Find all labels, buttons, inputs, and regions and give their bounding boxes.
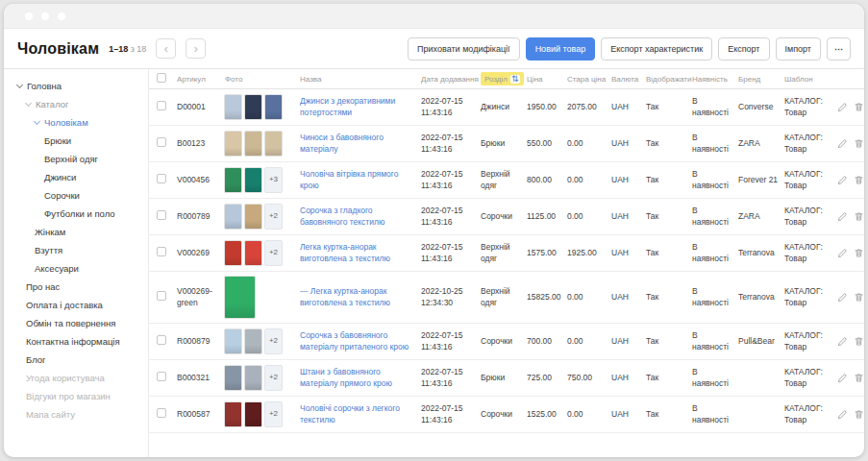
edit-pencil-icon[interactable]	[837, 409, 848, 420]
sidebar-item-19[interactable]: Мапа сайту	[17, 405, 144, 424]
delete-trash-icon[interactable]	[854, 102, 864, 112]
edit-pencil-icon[interactable]	[837, 175, 848, 185]
edit-pencil-icon[interactable]	[837, 138, 848, 149]
import-button[interactable]: Імпорт	[776, 37, 822, 61]
sidebar-item-1[interactable]: Головна	[17, 77, 144, 95]
row-checkbox[interactable]	[157, 335, 166, 345]
sidebar-item-15[interactable]: Контактна інформація	[17, 332, 144, 351]
product-photo-thumbnail[interactable]	[224, 240, 242, 266]
column-header-price[interactable]: Ціна	[524, 73, 564, 85]
product-photo-thumbnail[interactable]	[244, 167, 262, 193]
sidebar-item-16[interactable]: Блог	[17, 351, 144, 369]
export-button[interactable]: Експорт	[718, 37, 769, 61]
column-header-name[interactable]: Назва	[297, 73, 418, 85]
product-name-link[interactable]: Чоловіча вітрівка прямого крою	[300, 169, 398, 189]
product-photo-thumbnail[interactable]	[244, 204, 262, 230]
sidebar-item-4[interactable]: Брюки	[17, 132, 144, 150]
product-photo-thumbnail[interactable]	[224, 167, 242, 193]
product-name-link[interactable]: Легка куртка-анорак виготовлена з тексти…	[300, 242, 390, 262]
sort-arrows-icon[interactable]: ⇅	[510, 75, 520, 84]
edit-pencil-icon[interactable]	[837, 336, 848, 347]
column-header-old_price[interactable]: Стара ціна	[564, 73, 608, 85]
product-name-link[interactable]: — Легка куртка-анорак виготовлена з текс…	[300, 286, 390, 306]
prev-page-button[interactable]: ‹	[156, 38, 176, 59]
product-photo-thumbnail[interactable]	[224, 204, 242, 230]
more-photos-badge[interactable]: +2	[264, 401, 283, 427]
product-name-link[interactable]: Джинси з декоративними потертостями	[300, 96, 395, 116]
column-header-photo[interactable]: Фото	[222, 73, 297, 85]
delete-trash-icon[interactable]	[854, 292, 864, 303]
sidebar-item-18[interactable]: Відгуки про магазин	[17, 387, 144, 405]
edit-pencil-icon[interactable]	[837, 292, 848, 303]
sidebar-item-17[interactable]: Угода користувача	[17, 369, 144, 387]
row-checkbox[interactable]	[157, 408, 166, 418]
column-header-currency[interactable]: Валюта	[608, 73, 643, 85]
product-photo-thumbnail[interactable]	[224, 276, 256, 319]
more-actions-button[interactable]: ⋯	[827, 37, 851, 61]
new-product-button[interactable]: Новий товар	[526, 37, 596, 61]
column-header-date[interactable]: Дата додавання	[418, 73, 478, 85]
product-photo-thumbnail[interactable]	[244, 131, 262, 157]
column-header-availability[interactable]: Наявність	[689, 73, 735, 85]
column-header-display[interactable]: Відображати	[643, 73, 689, 85]
more-photos-badge[interactable]: +2	[264, 204, 283, 230]
sidebar-item-2[interactable]: Каталог	[17, 95, 144, 113]
product-photo-thumbnail[interactable]	[264, 94, 283, 120]
edit-pencil-icon[interactable]	[837, 102, 848, 112]
product-photo-thumbnail[interactable]	[264, 131, 283, 157]
product-name-link[interactable]: Сорочка з бавовняного матеріалу притален…	[300, 330, 409, 351]
edit-pencil-icon[interactable]	[837, 373, 848, 383]
export-characteristics-button[interactable]: Експорт характеристик	[601, 37, 712, 61]
column-header-template[interactable]: Шаблон	[781, 73, 833, 85]
sidebar-item-10[interactable]: Взуття	[17, 241, 144, 259]
sidebar-item-11[interactable]: Аксесуари	[17, 259, 144, 278]
select-all-checkbox[interactable]	[157, 73, 166, 83]
product-name-link[interactable]: Чиноси з бавовняного матеріалу	[300, 133, 384, 153]
product-photo-thumbnail[interactable]	[224, 365, 242, 391]
row-checkbox[interactable]	[157, 372, 166, 381]
delete-trash-icon[interactable]	[854, 409, 864, 420]
more-photos-badge[interactable]: +2	[264, 328, 283, 354]
sidebar-item-8[interactable]: Футболки и поло	[17, 205, 144, 223]
row-checkbox[interactable]	[157, 210, 166, 220]
row-checkbox[interactable]	[157, 291, 166, 301]
product-photo-thumbnail[interactable]	[224, 401, 242, 427]
sidebar-item-3[interactable]: Чоловікам	[17, 113, 144, 132]
sidebar-item-9[interactable]: Жінкам	[17, 223, 144, 241]
row-checkbox[interactable]	[157, 101, 166, 110]
more-photos-badge[interactable]: +2	[264, 240, 283, 266]
product-photo-thumbnail[interactable]	[224, 131, 242, 157]
hide-modifications-button[interactable]: Приховати модифікації	[408, 37, 520, 61]
next-page-button[interactable]: ›	[186, 38, 206, 59]
column-header-sku[interactable]: Артикул	[174, 73, 222, 85]
sidebar-item-6[interactable]: Джинси	[17, 168, 144, 186]
row-checkbox[interactable]	[157, 137, 166, 147]
product-photo-thumbnail[interactable]	[224, 328, 242, 354]
edit-pencil-icon[interactable]	[837, 211, 848, 222]
product-photo-thumbnail[interactable]	[244, 240, 262, 266]
product-photo-thumbnail[interactable]	[244, 365, 262, 391]
row-checkbox[interactable]	[157, 174, 166, 183]
product-name-link[interactable]: Штани з бавовняного матеріалу прямого кр…	[300, 367, 392, 387]
delete-trash-icon[interactable]	[854, 175, 864, 185]
sidebar-item-7[interactable]: Сорочки	[17, 186, 144, 205]
delete-trash-icon[interactable]	[854, 248, 864, 258]
delete-trash-icon[interactable]	[854, 373, 864, 383]
product-name-link[interactable]: Сорочка з гладкого бавовняного текстилю	[300, 206, 384, 226]
window-dot-icon[interactable]	[41, 12, 49, 20]
sidebar-item-14[interactable]: Обмін та повернення	[17, 314, 144, 332]
more-photos-badge[interactable]: +3	[264, 167, 283, 193]
product-photo-thumbnail[interactable]	[244, 94, 262, 120]
window-dot-icon[interactable]	[25, 12, 33, 20]
window-dot-icon[interactable]	[58, 12, 65, 20]
delete-trash-icon[interactable]	[854, 336, 864, 347]
more-photos-badge[interactable]: +2	[264, 365, 283, 391]
edit-pencil-icon[interactable]	[837, 248, 848, 258]
row-checkbox[interactable]	[157, 247, 166, 256]
product-name-link[interactable]: Чоловічі сорочки з легкого текстилю	[300, 403, 400, 424]
column-header-section[interactable]: Розділ⇅	[478, 70, 524, 87]
delete-trash-icon[interactable]	[854, 138, 864, 149]
sidebar-item-12[interactable]: Про нас	[17, 278, 144, 296]
sidebar-item-13[interactable]: Оплата і доставка	[17, 296, 144, 314]
product-photo-thumbnail[interactable]	[244, 328, 262, 354]
